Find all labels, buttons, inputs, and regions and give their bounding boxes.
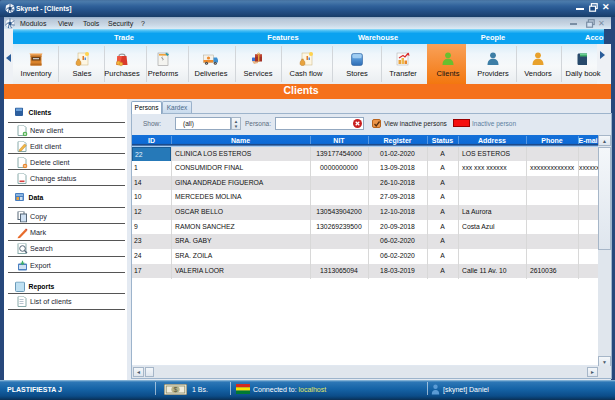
svg-text:$: $ <box>174 386 178 393</box>
